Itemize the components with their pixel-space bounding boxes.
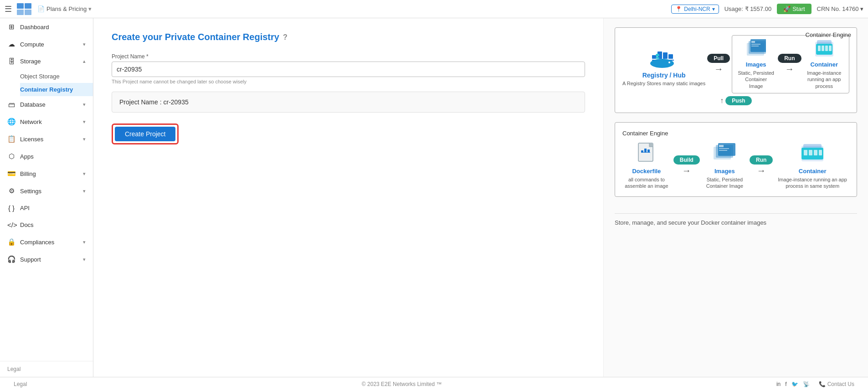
help-icon[interactable]: ? <box>283 33 288 41</box>
plans-pricing-button[interactable]: 📄 Plans & Pricing ▾ <box>37 5 92 12</box>
dockerfile-icon <box>637 142 657 166</box>
svg-rect-7 <box>668 54 673 59</box>
project-name-group: Project Name * This Project name cannot … <box>112 53 585 84</box>
sidebar-item-network[interactable]: 🌐 Network ▾ <box>0 113 93 130</box>
run-arrow-block-top: Run → <box>778 54 801 74</box>
inner-engine-box: Images Static, Persisted Container Image… <box>732 35 849 93</box>
linkedin-icon[interactable]: in <box>776 381 781 387</box>
billing-chevron-icon: ▾ <box>83 171 86 177</box>
sidebar-item-dashboard[interactable]: ⊞ Dashboard <box>0 18 93 36</box>
rss-icon[interactable]: 📡 <box>803 381 810 387</box>
dockerfile-sub: all commands to assemble an image <box>622 176 671 190</box>
svg-rect-2 <box>17 10 24 15</box>
svg-point-11 <box>656 57 659 59</box>
location-chevron-icon: ▾ <box>712 6 715 12</box>
images-block-top: Images Static, Persisted Container Image <box>738 39 774 89</box>
settings-chevron-icon: ▾ <box>83 188 86 194</box>
registry-hub-block: Registry / Hub A Registry Stores many st… <box>622 42 705 86</box>
page-footer: Legal © 2023 E2E Networks Limited ™ in f… <box>0 377 868 391</box>
crn-display[interactable]: CRN No. 14760 ▾ <box>817 5 863 12</box>
svg-rect-36 <box>719 145 724 147</box>
twitter-icon[interactable]: 🐦 <box>791 381 798 387</box>
dashboard-icon: ⊞ <box>7 23 15 31</box>
menu-icon[interactable]: ☰ <box>5 4 12 14</box>
sidebar-item-docs[interactable]: </> Docs <box>0 216 93 233</box>
svg-rect-32 <box>641 152 650 153</box>
rocket-icon: 🚀 <box>783 5 791 12</box>
storage-chevron-icon: ▴ <box>83 58 86 64</box>
phone-icon: 📞 <box>819 381 826 387</box>
api-icon: { } <box>7 204 15 212</box>
sidebar-item-billing[interactable]: 💳 Billing ▾ <box>0 165 93 182</box>
sidebar-item-compute[interactable]: ☁ Compute ▾ <box>0 36 93 53</box>
images-sub-top: Static, Persisted Container Image <box>738 70 774 89</box>
sidebar-item-api[interactable]: { } API <box>0 200 93 216</box>
sidebar-item-compliances[interactable]: 🔒 Compliances ▾ <box>0 233 93 251</box>
run-badge-bottom: Run <box>750 155 773 165</box>
svg-rect-30 <box>644 149 647 152</box>
compliances-icon: 🔒 <box>7 238 15 246</box>
run-badge-top: Run <box>778 54 801 63</box>
images-icon-bottom <box>713 142 736 166</box>
pull-arrow-block: Pull → <box>707 54 730 74</box>
svg-rect-31 <box>647 149 650 152</box>
images-title-bottom: Images <box>714 168 735 175</box>
push-badge: Push <box>725 96 751 105</box>
contact-us-link[interactable]: 📞 Contact Us <box>819 381 854 387</box>
database-icon: 🗃 <box>7 101 15 108</box>
container-sub-bottom: Image-instance running an app process in… <box>776 176 849 190</box>
sidebar-item-database[interactable]: 🗃 Database ▾ <box>0 96 93 113</box>
pull-badge: Pull <box>707 54 730 63</box>
svg-rect-23 <box>822 46 824 51</box>
storage-submenu: Object Storage Container Registry <box>0 70 93 96</box>
compute-chevron-icon: ▾ <box>83 41 86 47</box>
images-icon-top <box>746 39 766 59</box>
facebook-icon[interactable]: f <box>785 381 786 387</box>
svg-rect-28 <box>649 143 653 147</box>
legal-link[interactable]: Legal <box>14 381 27 387</box>
dockerfile-block: Dockerfile all commands to assemble an i… <box>622 142 671 190</box>
sidebar-item-apps[interactable]: ⬡ Apps <box>0 148 93 165</box>
project-name-input[interactable] <box>112 62 585 77</box>
create-project-button[interactable]: Create Project <box>115 127 175 141</box>
svg-rect-29 <box>641 150 643 152</box>
build-arrow-block: Build → <box>673 155 700 176</box>
top-diagram: Container Engine <box>615 27 857 113</box>
container-block-bottom: Container Image-instance running an app … <box>776 142 849 190</box>
container-icon-top <box>814 39 834 59</box>
compute-icon: ☁ <box>7 40 15 48</box>
start-button[interactable]: 🚀 Start <box>777 4 811 14</box>
container-title-bottom: Container <box>799 168 827 175</box>
svg-rect-44 <box>814 150 817 155</box>
container-sub-top: Image-instance running an app process <box>805 70 843 89</box>
svg-point-9 <box>650 59 674 68</box>
storage-icon: 🗄 <box>7 57 15 65</box>
project-name-hint: This Project name cannot be changed late… <box>112 79 585 84</box>
images-title-top: Images <box>746 61 766 68</box>
container-title-top: Container <box>810 61 838 68</box>
diagram-footer-text: Store, manage, and secure your Docker co… <box>615 213 857 226</box>
location-pin-icon: 📍 <box>675 6 682 12</box>
dockerfile-title: Dockerfile <box>632 168 661 175</box>
container-block-top: Container Image-instance running an app … <box>805 39 843 89</box>
sidebar-footer: Legal <box>0 361 93 377</box>
svg-rect-43 <box>809 150 812 155</box>
svg-rect-3 <box>25 10 31 15</box>
svg-point-12 <box>656 54 659 57</box>
sidebar-item-container-registry[interactable]: Container Registry <box>20 83 93 96</box>
location-selector[interactable]: 📍 Delhi-NCR ▾ <box>671 5 719 14</box>
sidebar-item-settings[interactable]: ⚙ Settings ▾ <box>0 182 93 200</box>
bottom-diagram-row: Dockerfile all commands to assemble an i… <box>622 142 849 190</box>
sidebar-item-object-storage[interactable]: Object Storage <box>20 70 93 83</box>
sidebar-item-licenses[interactable]: 📋 Licenses ▾ <box>0 130 93 148</box>
svg-rect-42 <box>804 150 807 155</box>
project-name-display: Project Name : cr-20935 <box>112 92 585 113</box>
registry-hub-title: Registry / Hub <box>642 72 686 79</box>
sidebar-item-support[interactable]: 🎧 Support ▾ <box>0 251 93 268</box>
svg-rect-22 <box>818 46 821 51</box>
svg-rect-1 <box>25 3 31 9</box>
registry-hub-subtitle: A Registry Stores many static images <box>622 81 705 86</box>
images-sub-bottom: Static, Persisted Container Image <box>703 176 747 190</box>
sidebar-item-storage[interactable]: 🗄 Storage ▴ <box>0 53 93 70</box>
svg-rect-6 <box>663 52 668 59</box>
